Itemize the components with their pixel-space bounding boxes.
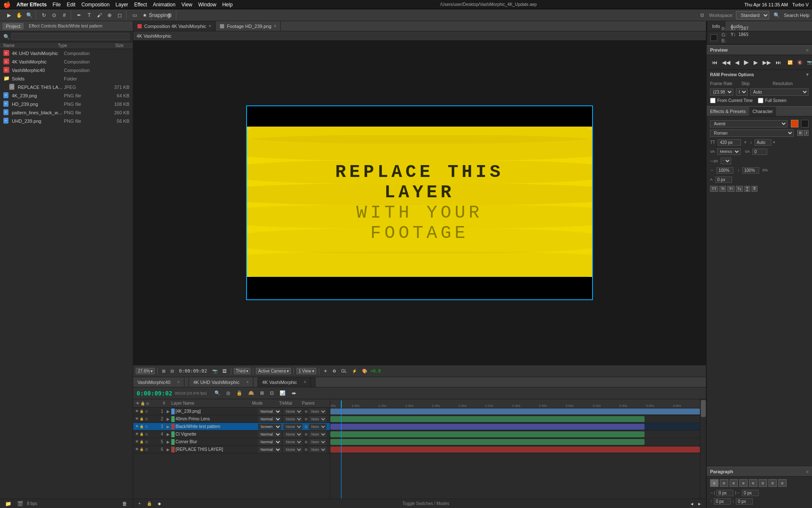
play[interactable]: ▶	[742, 58, 751, 67]
new-comp-btn[interactable]: 🎬	[15, 499, 25, 508]
indent-right-input[interactable]	[742, 490, 759, 496]
layer-2-solo[interactable]: ◎	[144, 417, 148, 421]
scrollbar-thumb[interactable]	[701, 400, 706, 417]
layer-3-lock[interactable]: 🔒	[140, 425, 144, 429]
style-strikethrough[interactable]: T̶	[752, 186, 757, 192]
mute[interactable]: 🔇	[796, 59, 804, 66]
timeline-motion[interactable]: ⊡	[268, 389, 275, 397]
timeline-chart[interactable]: 📊	[278, 389, 287, 397]
tracking-input[interactable]	[752, 149, 767, 155]
layer-2-expand[interactable]: ▶	[165, 417, 170, 421]
layer-row-6[interactable]: 👁 🔒 ◎ 6 ▶ [REPLACE THIS LAYER] Normal	[133, 446, 330, 453]
tab-effect-controls[interactable]: Effect Controls Black/White test pattern	[25, 23, 106, 29]
kerning-select[interactable]: Metrics	[717, 148, 741, 155]
layer-1-trkmat[interactable]: None	[283, 409, 302, 414]
layer-5-solo[interactable]: ◎	[144, 440, 148, 444]
menu-layer[interactable]: Layer	[115, 2, 128, 8]
project-item-uhd239[interactable]: P UHD_239.png PNG file 56 KB	[0, 117, 133, 125]
toggle-color[interactable]: 🎨	[360, 368, 369, 374]
preview-options-menu[interactable]: ≡	[806, 48, 809, 52]
layer-3-mode[interactable]: Screen	[258, 424, 281, 430]
layer-1-parent[interactable]: None	[309, 409, 326, 414]
layer-6-lock[interactable]: 🔒	[140, 447, 144, 452]
tool-stamp[interactable]: ⊕	[105, 11, 114, 20]
tool-rect[interactable]: ▭	[130, 11, 139, 20]
layer-5-trkmat[interactable]: None	[283, 439, 302, 445]
layer-2-trkmat[interactable]: None	[283, 416, 302, 422]
font-select[interactable]: Avenir	[710, 120, 787, 127]
tool-arrow[interactable]: ▶	[4, 11, 14, 20]
frame-rate-select[interactable]: (23.98)	[710, 88, 733, 96]
layer-5-mode[interactable]: Normal	[258, 439, 281, 445]
layer-2-mode[interactable]: Normal	[258, 416, 281, 422]
layer-row-4[interactable]: 👁 🔒 ◎ 4 ▶ CI Vignette Normal	[133, 431, 330, 438]
layer-6-expand[interactable]: ▶	[165, 447, 170, 452]
track-1[interactable]	[330, 408, 700, 415]
project-item-hd239[interactable]: P HD_239.png PNG file 108 KB	[0, 100, 133, 108]
faux-bold[interactable]: B	[797, 130, 803, 136]
layer-4-lock[interactable]: 🔒	[140, 432, 144, 436]
tool-brush[interactable]: 🖌	[95, 11, 104, 20]
timeline-inout[interactable]: ◂▸	[290, 389, 298, 397]
next-frame[interactable]: ⏭	[774, 58, 783, 66]
timeline-lock[interactable]: 🔒	[235, 389, 244, 397]
menu-animation[interactable]: Animation	[153, 2, 176, 8]
tl-tab-4k-close[interactable]: ×	[299, 377, 311, 387]
full-screen-checkbox[interactable]	[758, 98, 763, 103]
layer-4-parent[interactable]: None	[309, 431, 326, 437]
show-snapshot[interactable]: 🖼	[221, 368, 228, 374]
tool-hand[interactable]: ✋	[14, 11, 24, 20]
fit-to-view[interactable]: ⊞	[160, 368, 167, 374]
layer-6-eye[interactable]: 👁	[135, 447, 139, 452]
layer-3-parent[interactable]: None	[309, 424, 326, 430]
tl-add-layer[interactable]: +	[137, 500, 143, 507]
workspace-select[interactable]: Standard	[736, 11, 769, 19]
snapshot[interactable]: 📷	[211, 368, 219, 374]
delete-btn[interactable]: 🗑	[120, 499, 129, 508]
menu-window[interactable]: Window	[198, 2, 217, 8]
project-search-input[interactable]	[11, 33, 129, 40]
toggle-gl[interactable]: GL	[340, 368, 348, 374]
ram-options-arrow[interactable]: ▾	[806, 72, 809, 77]
tl-lock[interactable]: 🔒	[145, 500, 154, 507]
align-justify-last-right[interactable]: ≡	[778, 479, 787, 487]
menu-view[interactable]: View	[181, 2, 192, 8]
viewer-tab-comp-close[interactable]: ×	[209, 24, 211, 28]
comp-canvas[interactable]: REPLACE THIS LAYER WITH YOUR FOOTAGE	[246, 105, 593, 300]
baseline-input[interactable]	[715, 177, 732, 183]
layer-6-trkmat[interactable]: None	[283, 447, 302, 453]
tracks[interactable]	[330, 408, 700, 499]
menu-file[interactable]: File	[52, 2, 60, 8]
from-current-checkbox[interactable]	[710, 98, 716, 103]
align-justify-last-left[interactable]: ≡	[759, 479, 767, 487]
view-dropdown[interactable]: Third ▾	[234, 368, 251, 374]
camera-dropdown[interactable]: Active Camera ▾	[256, 368, 291, 374]
track-5[interactable]	[330, 438, 700, 446]
resolution-select[interactable]: Auto	[750, 88, 809, 96]
project-item-vashi40[interactable]: C VashiMorphic40 Composition	[0, 66, 133, 75]
style-sub[interactable]: T₂	[736, 186, 743, 192]
layer-3-solo[interactable]: ◎	[144, 425, 148, 429]
paragraph-menu[interactable]: ≡	[806, 469, 809, 474]
layer-3-trkmat[interactable]: None	[283, 424, 302, 430]
align-center[interactable]: ≡	[720, 479, 728, 487]
layer-5-lock[interactable]: 🔒	[140, 440, 144, 444]
timeline-solo[interactable]: ◎	[225, 389, 232, 397]
viewer-tab-comp[interactable]: Composition 4K VashiMorphic ×	[133, 21, 216, 31]
tool-grid[interactable]: #	[60, 11, 69, 20]
tab-project[interactable]: Project	[3, 23, 24, 30]
track-2[interactable]	[330, 415, 700, 423]
font-bg-color[interactable]	[801, 120, 809, 127]
tool-rotate[interactable]: ↻	[39, 11, 49, 20]
toggle-exposure[interactable]: ☀	[322, 368, 329, 374]
play-forward[interactable]: ▶	[752, 58, 760, 66]
snapshot-pv[interactable]: 📷	[805, 59, 812, 66]
layer-3-eye[interactable]: 👁	[135, 425, 139, 429]
style-underline[interactable]: T̲	[744, 186, 750, 192]
menu-edit[interactable]: Edit	[67, 2, 76, 8]
play-backward[interactable]: ◀	[733, 58, 741, 66]
tl-tab-4kuhd-close[interactable]: ×	[242, 377, 253, 387]
track-area[interactable]: 45s 1:00s 1:15s 1:30s 1:45s 2:00s 2:15s …	[330, 399, 700, 499]
tl-tab-vashi40[interactable]: VashiMorphic40 ×	[133, 377, 189, 387]
align-justify-last-center[interactable]: ≡	[768, 479, 777, 487]
